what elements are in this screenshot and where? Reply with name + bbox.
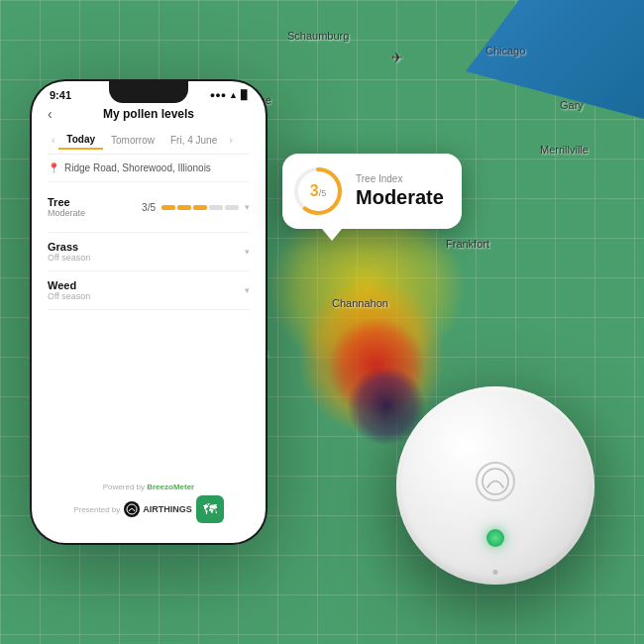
weed-status: Off season [48, 291, 90, 301]
date-tabs: ‹ Today Tomorrow Fri, 4 June › [48, 127, 250, 155]
presented-by-row: Presented by AIRTHINGS 🗺 [73, 495, 224, 523]
tooltip-info: Tree Index Moderate [356, 173, 444, 209]
pollen-tree-right: 3/5 ▾ [142, 202, 250, 213]
grass-name: Grass [48, 241, 90, 253]
map-label-gary: Gary [560, 99, 584, 111]
pollen-tree-bars [161, 205, 239, 210]
device-indicator-dot [493, 570, 498, 575]
grass-status: Off season [48, 253, 90, 263]
phone-screen: 9:41 ●●● ▲ ▉ ‹ My pollen levels ‹ Today … [32, 81, 266, 543]
prev-date-chevron[interactable]: ‹ [48, 135, 58, 146]
bar-2 [177, 205, 191, 210]
pollen-tree-level: Moderate [48, 208, 85, 218]
airthings-svg [126, 503, 138, 515]
pollen-tree-info: Tree Moderate [48, 196, 85, 218]
weed-chevron-down[interactable]: ▾ [245, 285, 250, 295]
tab-fri4june[interactable]: Fri, 4 June [162, 132, 225, 149]
device-body [396, 386, 594, 585]
bar-4 [209, 205, 223, 210]
tooltip-label: Tree Index [356, 173, 444, 184]
device-logo [476, 462, 515, 501]
airthings-label: AIRTHINGS [143, 504, 192, 514]
weed-row[interactable]: Weed Off season ▾ [48, 271, 250, 310]
phone-content: ‹ My pollen levels ‹ Today Tomorrow Fri,… [32, 103, 266, 310]
phone-notch [109, 81, 188, 103]
screen-title: My pollen levels [103, 107, 194, 121]
bar-3 [193, 205, 207, 210]
tab-today[interactable]: Today [58, 131, 103, 150]
pollen-tree-section[interactable]: Tree Moderate 3/5 [48, 182, 250, 233]
map-airport-icon: ✈ [391, 50, 403, 65]
bar-1 [161, 205, 175, 210]
tooltip-score-number: 3/5 [310, 182, 326, 200]
tooltip-score-ring: 3/5 [292, 165, 344, 217]
status-time: 9:41 [50, 89, 71, 101]
device-status-light [486, 529, 504, 547]
airthings-device [396, 386, 594, 585]
airthings-logo: AIRTHINGS [124, 501, 192, 517]
wifi-icon: ▲ [229, 90, 238, 100]
location-row: 📍 Ridge Road, Shorewood, Illionois [48, 155, 250, 182]
status-icons: ●●● ▲ ▉ [210, 90, 248, 100]
pollen-tree-name: Tree [48, 196, 85, 208]
tab-tomorrow[interactable]: Tomorrow [103, 132, 162, 149]
powered-by-text: Powered by BreezoMeter [103, 483, 194, 491]
map-label-schaumburg: Schaumburg [287, 30, 349, 42]
map-label-frankfort: Frankfort [446, 238, 489, 250]
phone-mockup: 9:41 ●●● ▲ ▉ ‹ My pollen levels ‹ Today … [30, 79, 268, 545]
breezometer-link[interactable]: BreezoMeter [147, 483, 194, 491]
bar-5 [225, 205, 239, 210]
next-date-chevron[interactable]: › [225, 135, 236, 146]
tooltip-value: Moderate [356, 186, 444, 209]
tooltip-bubble: 3/5 Tree Index Moderate [282, 154, 462, 229]
grass-chevron-down[interactable]: ▾ [245, 247, 250, 257]
pollen-tree-row[interactable]: Tree Moderate 3/5 [48, 190, 250, 224]
back-button[interactable]: ‹ [48, 106, 53, 122]
signal-icon: ●●● [210, 90, 226, 100]
grass-info: Grass Off season [48, 241, 90, 263]
phone-shell: 9:41 ●●● ▲ ▉ ‹ My pollen levels ‹ Today … [30, 79, 268, 545]
weed-info: Weed Off season [48, 279, 90, 301]
map-label-channahon: Channahon [332, 297, 388, 309]
battery-icon: ▉ [241, 90, 248, 100]
airthings-icon [124, 501, 140, 517]
location-text: Ridge Road, Shorewood, Illionois [64, 162, 211, 173]
map-label-chicago: Chicago [485, 45, 525, 56]
tooltip-score-denom: /5 [319, 188, 327, 198]
weed-name: Weed [48, 279, 90, 291]
tree-chevron-down[interactable]: ▾ [245, 202, 250, 212]
location-pin-icon: 📍 [48, 162, 59, 173]
presented-by-label: Presented by [73, 505, 120, 514]
pollen-tree-score: 3/5 [142, 202, 156, 213]
grass-row[interactable]: Grass Off season ▾ [48, 233, 250, 271]
phone-footer: Powered by BreezoMeter Presented by AIRT… [32, 483, 266, 523]
map-label-merrillville: Merrillville [540, 144, 589, 156]
map-app-icon[interactable]: 🗺 [196, 495, 224, 523]
device-logo-svg [481, 467, 510, 496]
phone-nav: ‹ My pollen levels [48, 103, 250, 127]
